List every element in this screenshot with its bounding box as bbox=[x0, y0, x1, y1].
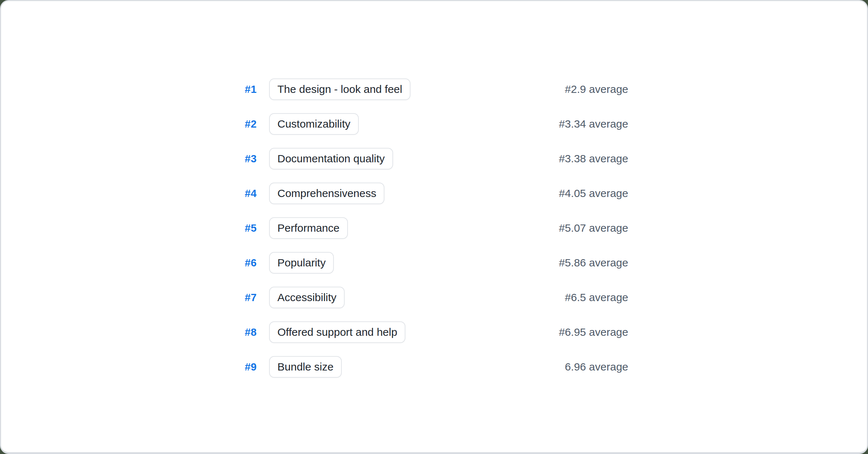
ranking-row: #8 Offered support and help #6.95 averag… bbox=[241, 315, 628, 350]
ranking-option-chip: The design - look and feel bbox=[269, 78, 410, 100]
rank-number: #1 bbox=[241, 83, 257, 95]
results-card: #1 The design - look and feel #2.9 avera… bbox=[0, 0, 868, 454]
rank-number: #2 bbox=[241, 118, 257, 130]
ranking-option-chip: Accessibility bbox=[269, 287, 345, 308]
rank-number: #9 bbox=[241, 361, 257, 373]
average-score: 6.96 average bbox=[565, 361, 628, 373]
ranking-option-chip: Documentation quality bbox=[269, 148, 393, 170]
ranking-row: #4 Comprehensiveness #4.05 average bbox=[241, 176, 628, 211]
ranking-option-chip: Performance bbox=[269, 217, 348, 239]
ranking-option-chip: Popularity bbox=[269, 252, 334, 274]
ranking-option-chip: Customizability bbox=[269, 113, 359, 135]
average-score: #6.95 average bbox=[559, 326, 628, 338]
average-score: #3.34 average bbox=[559, 118, 628, 130]
ranking-row: #9 Bundle size 6.96 average bbox=[241, 350, 628, 384]
average-score: #3.38 average bbox=[559, 153, 628, 165]
average-score: #2.9 average bbox=[565, 83, 628, 95]
ranking-row: #5 Performance #5.07 average bbox=[241, 211, 628, 245]
rank-number: #4 bbox=[241, 188, 257, 200]
rank-number: #7 bbox=[241, 292, 257, 304]
ranking-row: #2 Customizability #3.34 average bbox=[241, 107, 628, 141]
ranking-row: #3 Documentation quality #3.38 average bbox=[241, 141, 628, 176]
average-score: #5.07 average bbox=[559, 222, 628, 234]
ranking-row: #7 Accessibility #6.5 average bbox=[241, 280, 628, 315]
rank-number: #6 bbox=[241, 257, 257, 269]
average-score: #6.5 average bbox=[565, 291, 628, 304]
ranking-results-list: #1 The design - look and feel #2.9 avera… bbox=[241, 72, 628, 384]
ranking-row: #1 The design - look and feel #2.9 avera… bbox=[241, 72, 628, 107]
rank-number: #5 bbox=[241, 222, 257, 234]
rank-number: #3 bbox=[241, 153, 257, 165]
ranking-row: #6 Popularity #5.86 average bbox=[241, 245, 628, 280]
rank-number: #8 bbox=[241, 326, 257, 338]
average-score: #4.05 average bbox=[559, 187, 628, 200]
ranking-option-chip: Bundle size bbox=[269, 356, 342, 378]
average-score: #5.86 average bbox=[559, 257, 628, 269]
ranking-option-chip: Comprehensiveness bbox=[269, 183, 384, 204]
ranking-option-chip: Offered support and help bbox=[269, 321, 405, 343]
